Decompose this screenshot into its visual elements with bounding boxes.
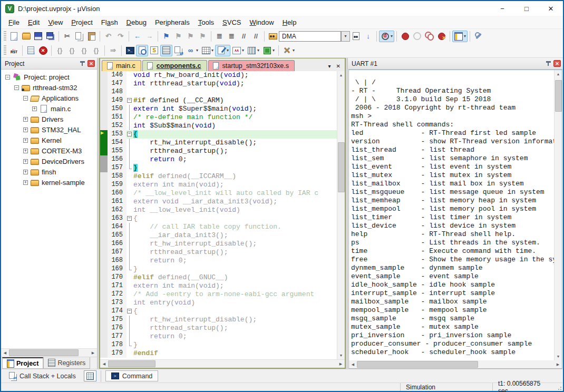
- paste-button[interactable]: [85, 31, 98, 42]
- tree-item-drivers[interactable]: +Drivers: [1, 114, 97, 124]
- scroll-down-icon[interactable]: ▼: [555, 352, 562, 360]
- project-hscrollbar[interactable]: ◀ ▶: [1, 348, 97, 357]
- fold-toggle-163[interactable]: −: [127, 214, 133, 223]
- tree-item-stm32-hal[interactable]: +STM32_HAL: [1, 124, 97, 135]
- menu-file[interactable]: File: [4, 17, 24, 28]
- registers-window-button[interactable]: [160, 45, 172, 56]
- code-area[interactable]: 146void rt_hw_board_init(void);147int rt…: [100, 71, 337, 359]
- scroll-left-icon[interactable]: ◀: [100, 360, 108, 368]
- menu-svcs[interactable]: SVCS: [218, 17, 245, 28]
- editor-tab-components-c[interactable]: components.c: [142, 60, 207, 71]
- reset-cpu-button[interactable]: RST: [8, 45, 20, 56]
- expander-plus-icon[interactable]: +: [23, 170, 28, 174]
- menu-project[interactable]: Project: [67, 17, 96, 28]
- run-button[interactable]: [25, 45, 37, 56]
- configure-target-button[interactable]: [472, 31, 484, 42]
- memory-window-button[interactable]: ▾: [200, 45, 215, 56]
- menu-tools[interactable]: Tools: [194, 17, 218, 28]
- find-in-files-button[interactable]: [267, 31, 279, 42]
- open-file-button[interactable]: [20, 31, 32, 42]
- tree-item-kernel-sample[interactable]: +kernel-sample: [1, 177, 97, 188]
- editor-tab-startup-stm32f103xe-s[interactable]: startup_stm32f103xe.s: [208, 60, 295, 71]
- menu-help[interactable]: Help: [278, 17, 301, 28]
- scroll-down-icon[interactable]: ▼: [337, 351, 345, 359]
- scroll-thumb[interactable]: [108, 360, 155, 367]
- undo-button[interactable]: ↶: [102, 31, 114, 42]
- bookmark-toggle-button[interactable]: ⚑: [160, 31, 172, 42]
- expander-plus-icon[interactable]: +: [23, 180, 28, 185]
- show-next-statement-button[interactable]: ⇒: [107, 45, 119, 56]
- find-in-files-dialog-button[interactable]: [350, 31, 362, 42]
- call-stack-tab[interactable]: Call Stack + Locals: [3, 370, 82, 381]
- menu-edit[interactable]: Edit: [24, 17, 44, 28]
- maximize-button[interactable]: □: [514, 1, 539, 16]
- editor-tab-main-c[interactable]: main.c: [102, 60, 141, 71]
- scroll-up-icon[interactable]: ▲: [555, 70, 562, 78]
- copy-button[interactable]: [73, 31, 85, 42]
- uart-hscrollbar[interactable]: ◀ ▶: [348, 360, 562, 369]
- window-layout-button[interactable]: ▾: [452, 31, 468, 42]
- menu-debug[interactable]: Debug: [122, 17, 151, 28]
- fold-toggle-149[interactable]: −: [127, 96, 133, 105]
- cut-button[interactable]: ✂: [61, 31, 73, 42]
- tree-item-cortex-m3[interactable]: +CORTEX-M3: [1, 145, 97, 156]
- save-all-button[interactable]: [44, 31, 56, 42]
- tree-item-applications[interactable]: −Applications: [1, 93, 97, 103]
- run-to-cursor-button[interactable]: {}: [90, 45, 102, 56]
- stop-button[interactable]: [37, 45, 49, 56]
- navigate-back-button[interactable]: ←: [131, 31, 143, 42]
- disassembly-window-button[interactable]: [136, 45, 148, 56]
- search-combo-dropdown[interactable]: ▾: [341, 31, 350, 42]
- step-over-button[interactable]: {}: [66, 45, 78, 56]
- uart-vscrollbar[interactable]: ▲ ▼: [554, 70, 562, 360]
- uart-terminal[interactable]: \ | /- RT - Thread Operating System / | …: [349, 70, 554, 360]
- pin-icon[interactable]: [546, 61, 551, 66]
- redo-button[interactable]: ↷: [114, 31, 127, 42]
- close-button[interactable]: ✕: [539, 1, 563, 16]
- fold-toggle-174[interactable]: −: [127, 307, 133, 316]
- pin-icon[interactable]: [80, 61, 85, 66]
- memory-window-button[interactable]: [84, 370, 96, 381]
- expander-plus-icon[interactable]: +: [23, 159, 28, 164]
- tree-item-project-project[interactable]: −Project: project: [1, 72, 97, 82]
- expander-plus-icon[interactable]: +: [23, 117, 28, 122]
- breakpoint-insert-button[interactable]: [399, 31, 411, 42]
- scroll-right-icon[interactable]: ▶: [337, 360, 345, 368]
- breakpoint-disable-all-button[interactable]: [423, 31, 435, 42]
- uncomment-selection-button[interactable]: //: [250, 31, 262, 42]
- menu-peripherals[interactable]: Peripherals: [151, 17, 194, 28]
- panel-tab-registers[interactable]: Registers: [43, 357, 90, 369]
- step-out-button[interactable]: {}: [78, 45, 90, 56]
- search-combo-input[interactable]: DMA: [279, 31, 341, 42]
- serial-window-button[interactable]: ▾: [215, 45, 230, 56]
- tree-item-kernel[interactable]: +Kernel: [1, 135, 97, 145]
- indent-button[interactable]: ≣: [226, 31, 238, 42]
- scroll-right-icon[interactable]: ▶: [554, 360, 562, 368]
- command-tab[interactable]: > Command: [105, 370, 159, 381]
- toolbar-grip[interactable]: [4, 31, 6, 42]
- minimize-button[interactable]: −: [490, 1, 514, 16]
- trace-window-button[interactable]: ▾: [246, 45, 261, 56]
- tree-item-main-c[interactable]: +main.c: [1, 103, 97, 114]
- toolbox-button[interactable]: ▾: [281, 45, 296, 56]
- bookmark-clear-all-button[interactable]: ⚑: [197, 31, 209, 42]
- watch-window-button[interactable]: ▾: [184, 45, 200, 56]
- breakpoint-disable-button[interactable]: [411, 31, 423, 42]
- scroll-right-icon[interactable]: ▶: [89, 349, 97, 357]
- symbol-window-button[interactable]: [148, 45, 160, 56]
- editor-hscrollbar[interactable]: ◀ ▶: [100, 359, 345, 368]
- expander-minus-icon[interactable]: −: [5, 75, 10, 80]
- scroll-left-icon[interactable]: ◀: [1, 349, 9, 357]
- breakpoint-kill-all-button[interactable]: [435, 31, 448, 42]
- menu-view[interactable]: View: [44, 17, 67, 28]
- expander-plus-icon[interactable]: +: [32, 106, 37, 111]
- tree-item-finsh[interactable]: +finsh: [1, 166, 97, 177]
- menu-flash[interactable]: Flash: [97, 17, 122, 28]
- scroll-thumb[interactable]: [9, 349, 79, 356]
- editor-vscrollbar[interactable]: ▲ ▼: [337, 71, 345, 359]
- bookmark-previous-button[interactable]: ⚑: [172, 31, 184, 42]
- panel-tab-project[interactable]: Project: [2, 357, 43, 369]
- uart-panel-close-icon[interactable]: ✕: [553, 60, 561, 67]
- expander-plus-icon[interactable]: +: [23, 128, 28, 132]
- expander-plus-icon[interactable]: +: [23, 149, 28, 153]
